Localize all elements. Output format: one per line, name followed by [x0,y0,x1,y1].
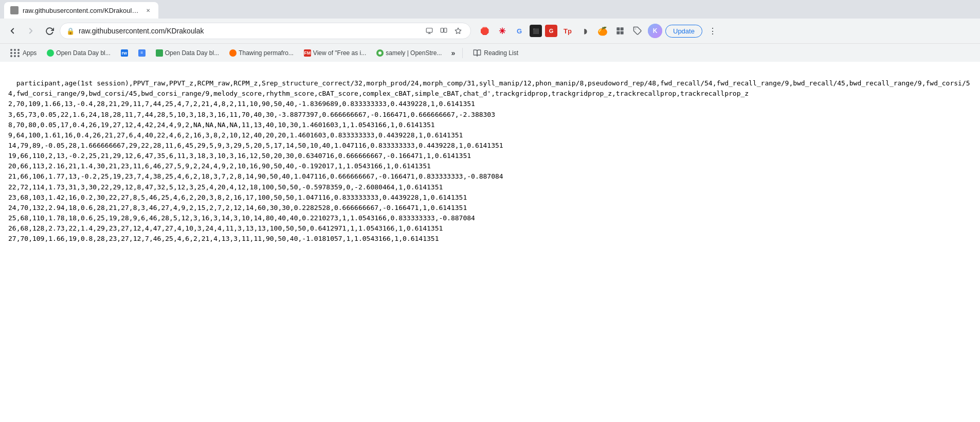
bm-thawing-favicon [229,49,237,57]
tab-bar: raw.githubusercontent.com/KDrakoulak... … [0,0,980,19]
bookmark-free[interactable]: FM View of "Free as i... [300,47,370,59]
typingmind-icon[interactable]: Tp [560,24,575,38]
privacy-badger-icon[interactable]: 🛑 [477,24,492,38]
bm-free-label: View of "Free as i... [313,49,366,57]
address-actions [423,25,464,37]
ext8-icon[interactable]: 🍊 [595,24,610,38]
bm-opendata-favicon [156,49,163,57]
address-bar[interactable]: 🔒 raw.githubusercontent.com/KDrakoulak [60,23,471,39]
bookmarks-bar: Apps Open Data Day bl... rw ≡ Open Data … [0,43,980,62]
update-button[interactable]: Update [665,25,702,38]
active-tab[interactable]: raw.githubusercontent.com/KDrakoulak... … [4,2,158,19]
bookmark-samely[interactable]: samely | OpenStre... [372,47,446,59]
bookmark-doc[interactable]: ≡ [134,47,150,59]
arc-icon[interactable]: ◗ [578,24,592,38]
apps-button[interactable]: Apps [6,47,41,59]
svg-rect-8 [616,31,620,34]
svg-marker-5 [455,28,461,33]
bm1-label: Open Data Day bl... [56,49,110,57]
apps-grid-icon [10,49,20,57]
bm1-favicon [47,49,54,57]
reading-list-label: Reading List [484,49,518,57]
tab-favicon [10,6,19,14]
ublock-icon[interactable]: ✳ [495,24,509,38]
navigation-bar: 🔒 raw.githubusercontent.com/KDrakoulak [0,19,980,43]
svg-rect-0 [426,28,432,32]
svg-rect-3 [441,28,443,32]
more-options-button[interactable]: ⋮ [705,24,720,38]
file-content: participant,age(1st session),PPVT_raw,PP… [8,79,970,242]
bm-samely-label: samely | OpenStre... [386,49,442,57]
tab-title: raw.githubusercontent.com/KDrakoulak... [23,7,140,14]
url-text: raw.githubusercontent.com/KDrakoulak [79,27,419,35]
bookmark-1[interactable]: Open Data Day bl... [43,47,114,59]
svg-rect-9 [621,31,624,34]
profile-avatar[interactable]: K [648,24,662,38]
reading-list-button[interactable]: Reading List [469,47,522,59]
bookmark-star-button[interactable] [452,25,464,37]
tab-close-button[interactable]: ✕ [144,6,152,14]
bm-rw-favicon: rw [121,49,128,57]
ext9-icon[interactable] [613,24,627,38]
tab-search-button[interactable] [423,25,435,37]
bm-doc-favicon: ≡ [138,49,146,57]
bookmark-thawing[interactable]: Thawing permafro... [225,47,298,59]
browser-chrome: raw.githubusercontent.com/KDrakoulak... … [0,0,980,62]
reading-list-icon [473,49,481,57]
bm-samely-favicon [376,49,384,57]
google-translate-icon[interactable]: G [512,24,527,38]
bm-opendata-label: Open Data Day bl... [165,49,219,57]
svg-rect-4 [444,28,447,32]
forward-button[interactable] [23,23,39,39]
reload-button[interactable] [41,23,58,39]
bookmarks-separator [462,48,463,58]
nav-right-area: 🛑 ✳ G ⬛ G Tp ◗ 🍊 K Update ⋮ [477,24,720,38]
bm-thawing-label: Thawing permafro... [239,49,294,57]
apps-label: Apps [23,49,37,57]
bookmarks-more-button[interactable]: » [448,47,458,59]
bm-free-favicon: FM [304,49,311,57]
bookmark-rw[interactable]: rw [117,47,132,59]
lock-icon: 🔒 [66,27,75,35]
split-button[interactable] [438,25,450,37]
back-button[interactable] [4,23,21,39]
ext4-icon[interactable]: ⬛ [530,25,542,37]
svg-rect-7 [621,27,624,30]
grammarly-icon[interactable]: G [545,25,557,37]
page-content: participant,age(1st session),PPVT_raw,PP… [0,62,980,250]
svg-rect-6 [616,27,620,30]
extensions-puzzle-icon[interactable] [630,24,645,38]
bookmark-open-data[interactable]: Open Data Day bl... [152,47,223,59]
